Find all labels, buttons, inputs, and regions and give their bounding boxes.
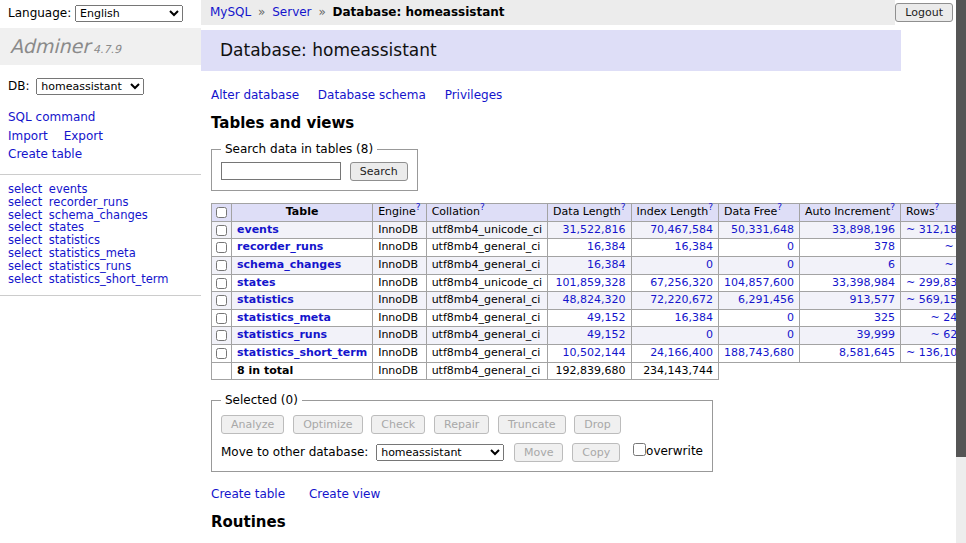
breadcrumb-link-mysql[interactable]: MySQL	[210, 5, 251, 19]
help-icon[interactable]: ?	[480, 202, 485, 212]
index-length-link[interactable]: 0	[706, 258, 713, 271]
scrollbar-thumb[interactable]	[956, 0, 966, 457]
auto-increment-link[interactable]: 378	[874, 240, 895, 253]
sql-command-link[interactable]: SQL command	[8, 110, 95, 124]
alter-database-link[interactable]: Alter database	[211, 88, 299, 102]
index-length-link[interactable]: 70,467,584	[650, 223, 713, 236]
optimize-button[interactable]: Optimize	[293, 415, 362, 434]
copy-button[interactable]: Copy	[572, 443, 620, 462]
data-free-link[interactable]: 50,331,648	[731, 223, 794, 236]
select-data-link[interactable]: select	[8, 259, 42, 273]
row-checkbox[interactable]	[216, 260, 227, 271]
auto-increment-link[interactable]: 33,398,984	[832, 276, 895, 289]
help-icon[interactable]: ?	[708, 202, 713, 212]
page-title: Database: homeassistant	[201, 30, 901, 71]
data-length-link[interactable]: 16,384	[587, 240, 626, 253]
data-free-link[interactable]: 188,743,680	[724, 346, 794, 359]
table-row-events: eventsInnoDButf8mb4_unicode_ci31,522,816…	[212, 221, 966, 239]
logout-button[interactable]: Logout	[895, 3, 953, 22]
row-checkbox[interactable]	[216, 348, 227, 359]
table-name-link[interactable]: statistics_runs	[237, 328, 327, 341]
move-button[interactable]: Move	[514, 443, 564, 462]
import-link[interactable]: Import	[8, 129, 48, 143]
repair-button[interactable]: Repair	[434, 415, 489, 434]
overwrite-checkbox[interactable]	[633, 443, 646, 456]
auto-increment-link[interactable]: 39,999	[857, 328, 896, 341]
privileges-link[interactable]: Privileges	[445, 88, 503, 102]
data-free-link[interactable]: 0	[787, 258, 794, 271]
create-view-link[interactable]: Create view	[309, 487, 380, 501]
index-length-link[interactable]: 16,384	[675, 240, 714, 253]
help-icon[interactable]: ?	[890, 202, 895, 212]
table-structure-link[interactable]: statistics_runs	[49, 259, 131, 273]
auto-increment-link[interactable]: 8,581,645	[839, 346, 895, 359]
index-length-link[interactable]: 0	[706, 328, 713, 341]
index-length-link[interactable]: 67,256,320	[650, 276, 713, 289]
data-free-link[interactable]: 0	[787, 328, 794, 341]
row-checkbox[interactable]	[216, 278, 227, 289]
select-data-link[interactable]: select	[8, 195, 42, 209]
index-length-link[interactable]: 24,166,400	[650, 346, 713, 359]
auto-increment-link[interactable]: 6	[888, 258, 895, 271]
table-name-link[interactable]: events	[237, 223, 279, 236]
truncate-button[interactable]: Truncate	[498, 415, 565, 434]
table-structure-link[interactable]: statistics_short_term	[49, 272, 169, 286]
select-data-link[interactable]: select	[8, 272, 42, 286]
data-length-link[interactable]: 10,502,144	[563, 346, 626, 359]
db-select[interactable]: homeassistant	[36, 78, 144, 95]
help-icon[interactable]: ?	[935, 202, 940, 212]
table-name-link[interactable]: recorder_runs	[237, 240, 323, 253]
move-row: Move to other database: homeassistant Mo…	[221, 443, 703, 462]
overwrite-label[interactable]: overwrite	[646, 444, 703, 458]
auto-increment-link[interactable]: 913,577	[850, 293, 896, 306]
language-select[interactable]: English	[75, 5, 183, 22]
help-icon[interactable]: ?	[777, 202, 782, 212]
breadcrumb-link-server[interactable]: Server	[272, 5, 311, 19]
table-name-link[interactable]: statistics	[237, 293, 294, 306]
analyze-button[interactable]: Analyze	[221, 415, 284, 434]
data-length-link[interactable]: 101,859,328	[556, 276, 626, 289]
select-data-link[interactable]: select	[8, 182, 42, 196]
create-links: Create table Create view	[211, 487, 956, 501]
data-length-link[interactable]: 16,384	[587, 258, 626, 271]
table-name-link[interactable]: statistics_short_term	[237, 346, 367, 359]
table-name-link[interactable]: statistics_meta	[237, 311, 331, 324]
row-checkbox[interactable]	[216, 242, 227, 253]
check-button[interactable]: Check	[371, 415, 425, 434]
create-table-link-sidebar[interactable]: Create table	[8, 147, 82, 161]
database-schema-link[interactable]: Database schema	[318, 88, 426, 102]
move-db-select[interactable]: homeassistant	[376, 444, 504, 461]
data-length-cell: 16,384	[548, 256, 631, 274]
data-length-cell: 31,522,816	[548, 221, 631, 239]
auto-increment-link[interactable]: 325	[874, 311, 895, 324]
data-free-link[interactable]: 0	[787, 240, 794, 253]
table-structure-link[interactable]: events	[49, 182, 88, 196]
data-length-link[interactable]: 49,152	[587, 328, 626, 341]
table-structure-link[interactable]: recorder_runs	[49, 195, 129, 209]
auto-increment-link[interactable]: 33,898,196	[832, 223, 895, 236]
data-length-link[interactable]: 49,152	[587, 311, 626, 324]
table-name-link[interactable]: states	[237, 276, 276, 289]
index-length-link[interactable]: 16,384	[675, 311, 714, 324]
row-checkbox[interactable]	[216, 313, 227, 324]
index-length-link[interactable]: 72,220,672	[650, 293, 713, 306]
help-icon[interactable]: ?	[621, 202, 626, 212]
create-table-link[interactable]: Create table	[211, 487, 285, 501]
row-checkbox[interactable]	[216, 225, 227, 236]
help-icon[interactable]: ?	[416, 202, 421, 212]
data-free-link[interactable]: 6,291,456	[738, 293, 794, 306]
scrollbar-track[interactable]	[956, 0, 966, 543]
drop-button[interactable]: Drop	[574, 415, 620, 434]
data-free-link[interactable]: 104,857,600	[724, 276, 794, 289]
data-length-link[interactable]: 48,824,320	[563, 293, 626, 306]
select-all-checkbox[interactable]	[216, 207, 227, 218]
data-length-link[interactable]: 31,522,816	[563, 223, 626, 236]
column-header-label: Table	[286, 205, 319, 218]
table-name-link[interactable]: schema_changes	[237, 258, 341, 271]
row-checkbox[interactable]	[216, 295, 227, 306]
export-link[interactable]: Export	[64, 129, 103, 143]
search-button[interactable]: Search	[350, 162, 408, 181]
data-free-link[interactable]: 0	[787, 311, 794, 324]
search-input[interactable]	[221, 162, 341, 180]
row-checkbox[interactable]	[216, 330, 227, 341]
